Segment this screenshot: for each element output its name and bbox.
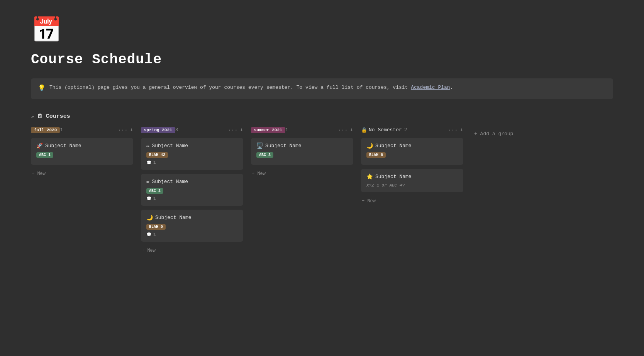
add-new-no-semester[interactable]: + New <box>361 196 463 206</box>
comment-count-spring2021-2: 1 <box>153 232 156 237</box>
column-count-fall2020: 1 <box>60 127 63 133</box>
comment-count-spring2021-1: 1 <box>153 196 156 201</box>
column-tag-fall2020: fall 2020 <box>31 127 60 133</box>
comment-count-spring2021-0: 1 <box>153 160 156 165</box>
card-title-spring2021-2: 🌙 Subject Name <box>146 214 238 221</box>
column-tag-spring2021: spring 2021 <box>141 127 175 133</box>
card-no-semester-1[interactable]: ⭐ Subject Name XYZ 1 or ABC 4? <box>361 169 463 192</box>
column-actions-summer2021: ··· + <box>338 127 353 133</box>
column-actions-fall2020: ··· + <box>118 127 133 133</box>
dots-menu-fall2020[interactable]: ··· <box>118 127 127 133</box>
card-emoji-summer2021-0: 🖥️ <box>256 142 263 149</box>
column-header-spring2021: spring 2021 3 ··· + <box>141 127 243 133</box>
page-icon: 📅 <box>31 15 613 46</box>
column-tag-summer2021: summer 2021 <box>251 127 285 133</box>
card-comment-spring2021-1: 💬 1 <box>146 196 238 201</box>
card-summer2021-0[interactable]: 🖥️ Subject Name ABC 3 <box>251 138 353 165</box>
card-emoji-no-semester-0: 🌙 <box>366 142 373 149</box>
info-main-text: This (optional) page gives you a general… <box>49 85 408 90</box>
column-actions-no-semester: ··· + <box>448 127 463 133</box>
card-tags-spring2021-2: BLAH 5 <box>146 224 238 230</box>
page-container: 📅 Course Schedule 💡 This (optional) page… <box>0 0 644 271</box>
column-actions-spring2021: ··· + <box>228 127 243 133</box>
card-tags-fall2020-0: ABC 1 <box>36 152 128 158</box>
section-label: Courses <box>46 113 70 120</box>
card-title-spring2021-0: ✏️ Subject Name <box>146 142 238 149</box>
comment-icon-spring2021-1: 💬 <box>146 196 152 201</box>
comment-icon-spring2021-0: 💬 <box>146 160 152 165</box>
card-note-no-semester-1: XYZ 1 or ABC 4? <box>366 183 458 188</box>
add-new-spring2021[interactable]: + New <box>141 246 243 256</box>
column-header-summer2021: summer 2021 1 ··· + <box>251 127 353 133</box>
card-emoji-spring2021-2: 🌙 <box>146 214 153 221</box>
card-name-summer2021-0: Subject Name <box>265 143 302 149</box>
section-icon: 🗓 <box>37 113 43 120</box>
dots-menu-summer2021[interactable]: ··· <box>338 127 347 133</box>
add-new-summer2021[interactable]: + New <box>251 169 353 179</box>
card-emoji-spring2021-0: ✏️ <box>146 142 149 149</box>
card-spring2021-0[interactable]: ✏️ Subject Name BLAH 42 💬 1 <box>141 138 243 170</box>
column-summer2021: summer 2021 1 ··· + 🖥️ Subject Name ABC … <box>251 127 353 179</box>
column-header-no-semester: 🔒 No Semester 2 ··· + <box>361 127 463 133</box>
card-name-no-semester-1: Subject Name <box>375 174 412 180</box>
column-count-summer2021: 1 <box>285 127 288 133</box>
card-tags-no-semester-0: BLAH 6 <box>366 152 458 158</box>
card-tags-spring2021-1: ABC 2 <box>146 188 238 194</box>
card-spring2021-2[interactable]: 🌙 Subject Name BLAH 5 💬 1 <box>141 210 243 242</box>
add-card-spring2021[interactable]: + <box>240 127 243 133</box>
column-spring2021: spring 2021 3 ··· + ✏️ Subject Name BLAH… <box>141 127 243 256</box>
section-header: ↗ 🗓 Courses <box>31 113 613 120</box>
column-count-no-semester: 2 <box>404 127 407 133</box>
card-tags-spring2021-0: BLAH 42 <box>146 152 238 158</box>
card-fall2020-0[interactable]: 🚀 Subject Name ABC 1 <box>31 138 133 165</box>
info-box: 💡 This (optional) page gives you a gener… <box>31 78 613 99</box>
column-fall2020: fall 2020 1 ··· + 🚀 Subject Name ABC 1 +… <box>31 127 133 179</box>
card-title-no-semester-1: ⭐ Subject Name <box>366 173 458 180</box>
card-title-summer2021-0: 🖥️ Subject Name <box>256 142 348 149</box>
info-suffix: . <box>450 85 453 90</box>
add-card-fall2020[interactable]: + <box>130 127 133 133</box>
card-title-spring2021-1: ✒️ Subject Name <box>146 178 238 185</box>
column-no-semester: 🔒 No Semester 2 ··· + 🌙 Subject Name BLA… <box>361 127 463 206</box>
card-comment-spring2021-0: 💬 1 <box>146 160 238 165</box>
no-semester-label: No Semester <box>369 127 402 133</box>
card-name-spring2021-2: Subject Name <box>155 215 192 220</box>
card-name-spring2021-0: Subject Name <box>152 143 188 149</box>
card-title-fall2020-0: 🚀 Subject Name <box>36 142 128 149</box>
bulb-icon: 💡 <box>38 84 46 94</box>
add-new-fall2020[interactable]: + New <box>31 169 133 179</box>
kanban-board: fall 2020 1 ··· + 🚀 Subject Name ABC 1 +… <box>31 127 613 256</box>
card-tag-fall2020-0-0: ABC 1 <box>36 152 53 158</box>
card-spring2021-1[interactable]: ✒️ Subject Name ABC 2 💬 1 <box>141 174 243 206</box>
card-tag-spring2021-0-0: BLAH 42 <box>146 152 168 158</box>
column-header-fall2020: fall 2020 1 ··· + <box>31 127 133 133</box>
add-card-no-semester[interactable]: + <box>460 127 463 133</box>
card-tag-spring2021-1-0: ABC 2 <box>146 188 163 194</box>
card-tag-summer2021-0-0: ABC 3 <box>256 152 273 158</box>
column-count-spring2021: 3 <box>175 127 178 133</box>
card-tag-no-semester-0-0: BLAH 6 <box>366 152 386 158</box>
card-tag-spring2021-2-0: BLAH 5 <box>146 224 166 230</box>
info-text: This (optional) page gives you a general… <box>49 84 453 92</box>
card-title-no-semester-0: 🌙 Subject Name <box>366 142 458 149</box>
arrow-icon: ↗ <box>31 114 34 120</box>
page-title: Course Schedule <box>31 52 613 68</box>
dots-menu-spring2021[interactable]: ··· <box>228 127 237 133</box>
card-tags-summer2021-0: ABC 3 <box>256 152 348 158</box>
academic-plan-link[interactable]: Academic Plan <box>411 85 450 90</box>
card-name-no-semester-0: Subject Name <box>375 143 412 149</box>
comment-icon-spring2021-2: 💬 <box>146 232 152 237</box>
card-emoji-no-semester-1: ⭐ <box>366 173 373 180</box>
dots-menu-no-semester[interactable]: ··· <box>448 127 458 133</box>
card-name-fall2020-0: Subject Name <box>45 143 81 149</box>
card-emoji-spring2021-1: ✒️ <box>146 178 149 185</box>
lock-icon: 🔒 <box>361 127 367 133</box>
card-comment-spring2021-2: 💬 1 <box>146 232 238 237</box>
card-emoji-fall2020-0: 🚀 <box>36 142 43 149</box>
card-no-semester-0[interactable]: 🌙 Subject Name BLAH 6 <box>361 138 463 165</box>
add-card-summer2021[interactable]: + <box>350 127 353 133</box>
add-group-button[interactable]: + Add a group <box>471 129 516 138</box>
card-name-spring2021-1: Subject Name <box>152 179 188 185</box>
